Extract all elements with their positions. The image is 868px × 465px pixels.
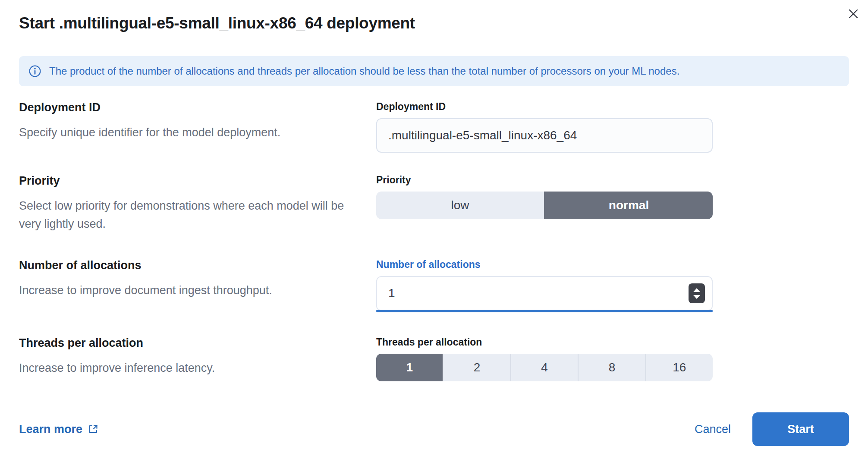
threads-option-2[interactable]: 2 [443, 354, 510, 381]
threads-option-16[interactable]: 16 [645, 354, 713, 381]
deployment-id-description: Specify unique identifier for the model … [19, 123, 348, 141]
dialog-footer: Learn more Cancel Start [19, 412, 849, 446]
deployment-id-field-label: Deployment ID [376, 100, 713, 113]
deployment-id-heading: Deployment ID [19, 100, 355, 115]
priority-option-low[interactable]: low [376, 192, 544, 219]
threads-option-8[interactable]: 8 [578, 354, 645, 381]
deployment-id-input[interactable] [376, 118, 713, 153]
allocations-heading: Number of allocations [19, 258, 355, 273]
stepper-down-icon [693, 295, 700, 299]
learn-more-link[interactable]: Learn more [19, 423, 99, 436]
dialog-title: Start .multilingual-e5-small_linux-x86_6… [19, 11, 849, 35]
threads-button-group: 1 2 4 8 16 [376, 354, 713, 381]
external-link-icon [88, 424, 99, 435]
form-row-priority: Priority Select low priority for demonst… [19, 173, 849, 233]
info-callout: The product of the number of allocations… [19, 56, 849, 86]
allocations-number-input[interactable] [376, 276, 713, 311]
learn-more-label: Learn more [19, 423, 82, 436]
allocations-description: Increase to improve document ingest thro… [19, 281, 348, 299]
priority-heading: Priority [19, 173, 355, 188]
form-row-threads-per-allocation: Threads per allocation Increase to impro… [19, 336, 849, 381]
start-button[interactable]: Start [752, 412, 849, 446]
info-icon [28, 65, 41, 78]
close-icon[interactable] [842, 3, 865, 25]
priority-button-group: low normal [376, 192, 713, 219]
form-row-number-of-allocations: Number of allocations Increase to improv… [19, 258, 849, 312]
threads-option-1[interactable]: 1 [376, 354, 443, 381]
number-stepper[interactable] [689, 283, 705, 303]
threads-field-label: Threads per allocation [376, 336, 713, 349]
priority-option-normal[interactable]: normal [544, 192, 713, 219]
input-focus-underline [376, 310, 713, 312]
threads-option-4[interactable]: 4 [510, 354, 578, 381]
info-callout-text: The product of the number of allocations… [49, 63, 679, 79]
stepper-up-icon [693, 288, 700, 292]
priority-description: Select low priority for demonstrations w… [19, 197, 348, 233]
allocations-field-label: Number of allocations [376, 258, 713, 271]
threads-description: Increase to improve inference latency. [19, 359, 348, 377]
form-row-deployment-id: Deployment ID Specify unique identifier … [19, 100, 849, 153]
threads-heading: Threads per allocation [19, 336, 355, 350]
priority-field-label: Priority [376, 173, 713, 186]
start-deployment-dialog: Start .multilingual-e5-small_linux-x86_6… [0, 0, 868, 465]
cancel-button[interactable]: Cancel [695, 423, 731, 436]
